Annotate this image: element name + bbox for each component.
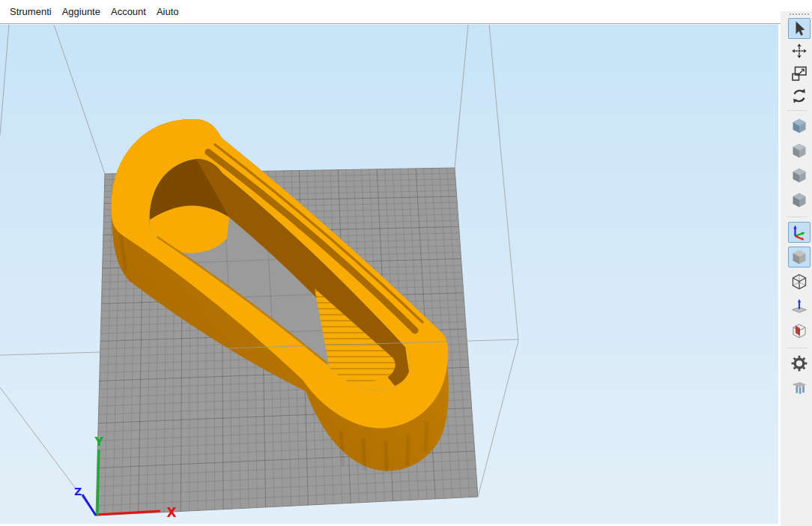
z-axis-label: Z [74,486,82,498]
cube-wire-icon [790,273,808,291]
cube-blue-icon [790,117,808,135]
machine-settings-button[interactable] [788,353,811,374]
toolbar-separator [787,110,808,111]
cube-gray2-icon [790,166,808,184]
cube-gray1-icon [790,142,808,160]
view-side-button[interactable] [788,190,811,211]
axes-icon [790,223,808,241]
viewport-3d[interactable]: X Y Z [0,25,778,524]
menu-item-aiuto[interactable]: Aiuto [151,0,184,23]
view-top-button[interactable] [788,140,811,161]
menu-item-aggiunte[interactable]: Aggiunte [57,0,106,23]
rotate-tool-button[interactable] [788,85,811,106]
toolbar-separator [787,348,808,348]
normals-icon [790,297,808,315]
cross-section-tool-button[interactable] [788,321,811,342]
scale-tool-button[interactable] [788,63,811,84]
panel-top-spacer [781,0,812,11]
cube-gray3-icon [790,191,808,209]
view-default-button[interactable] [788,115,811,136]
y-axis-label: Y [94,435,103,449]
cross-section-icon [790,322,808,340]
right-tool-panel [781,0,812,526]
rotate-icon [790,87,808,105]
toggle-normals-button[interactable] [788,296,811,317]
x-axis-label: X [166,505,176,520]
menu-item-account[interactable]: Account [106,0,151,23]
scene-3d: X Y Z [0,25,778,524]
toolbar-separator [787,217,808,217]
menu-item-strumenti[interactable]: Strumenti [4,0,57,23]
supports-icon [790,379,808,397]
toolbar [781,18,812,402]
cube-solid-icon [790,248,808,266]
move-icon [790,42,808,60]
gear-icon [790,354,808,372]
support-structures-button[interactable] [788,378,811,399]
view-front-button[interactable] [788,165,811,186]
scale-icon [790,64,808,82]
toolbar-grip-handle[interactable] [790,13,809,15]
y-axis-line [97,450,99,516]
toggle-axes-button[interactable] [788,222,811,243]
toggle-solid-view-button[interactable] [788,247,811,267]
menu-bar: StrumentiAggiunteAccountAiuto [0,0,781,24]
cursor-icon [790,19,808,37]
move-tool-button[interactable] [788,40,811,61]
toggle-wireframe-button[interactable] [788,271,811,292]
select-tool-button[interactable] [788,18,811,39]
